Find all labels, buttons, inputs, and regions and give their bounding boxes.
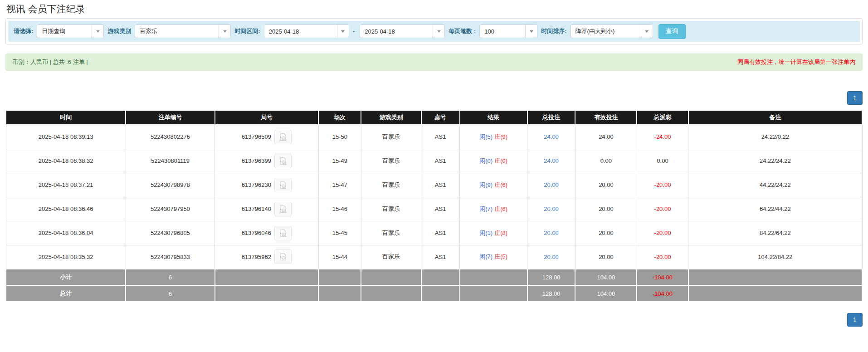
cell-result: 闲(1)庄(8) [460,221,527,245]
cell-time: 2025-04-18 08:36:04 [6,221,126,245]
cell-time: 2025-04-18 08:35:32 [6,245,126,269]
video-replay-button[interactable] [274,249,292,264]
empty-cell [421,269,460,285]
cell-payout: -20.00 [637,173,688,197]
subtotal-total-bet: 128.00 [527,269,575,285]
cell-remark: 44.22/24.22 [688,173,862,197]
sort-label: 时间排序: [541,27,566,35]
cell-total-bet[interactable]: 24.00 [527,149,575,173]
video-replay-button[interactable] [274,154,292,168]
search-button[interactable]: 查询 [658,24,686,39]
empty-cell [361,285,421,302]
result-player: 闲(5) [479,133,493,140]
table-row: 2025-04-18 08:39:13 522430802276 6137965… [6,125,862,149]
table-row: 2025-04-18 08:38:32 522430801119 6137963… [6,149,862,173]
video-file-icon [278,181,288,190]
summary-bar: 币别：人民币 | 总共 :6 注单 | 同局有效投注，统一计算在该局第一张注单内 [5,54,863,71]
cell-round-no: 613796046 [215,221,318,245]
pagination-bottom: 1 [5,313,863,327]
cell-bet-no: 522430802276 [126,125,215,149]
cell-session: 15-44 [318,245,361,269]
header-round-no: 局号 [215,110,318,125]
date-to-input[interactable]: 2025-04-18 [360,24,445,38]
result-banker: 庄(0) [494,157,507,164]
cell-table-no: AS1 [421,245,460,269]
cell-valid-bet: 20.00 [575,245,637,269]
chevron-down-icon[interactable] [219,25,230,38]
cell-valid-bet: 20.00 [575,221,637,245]
cell-game: 百家乐 [361,173,421,197]
time-range-label: 时间区间: [234,27,260,35]
table-row: 2025-04-18 08:36:04 522430796805 6137960… [6,221,862,245]
date-to-value: 2025-04-18 [360,25,433,38]
game-type-value: 百家乐 [135,25,219,38]
cell-game: 百家乐 [361,221,421,245]
video-replay-button[interactable] [274,130,292,144]
currency-summary-text: 币别：人民币 | 总共 :6 注单 | [13,58,88,66]
video-replay-button[interactable] [274,178,292,192]
date-range-tilde: ~ [353,28,356,35]
chevron-down-icon[interactable] [525,25,537,38]
cell-game: 百家乐 [361,245,421,269]
empty-cell [688,285,862,302]
sort-value: 降幂(由大到小) [571,25,641,38]
video-replay-button[interactable] [274,202,292,216]
cell-time: 2025-04-18 08:38:32 [6,149,126,173]
pagination-top: 1 [5,91,863,105]
chevron-down-icon[interactable] [92,25,103,38]
date-from-value: 2025-04-18 [264,25,337,38]
cell-total-bet[interactable]: 20.00 [527,197,575,221]
table-header-row: 时间 注单编号 局号 场次 游戏类别 桌号 结果 总投注 有效投注 总派彩 备注 [6,110,862,125]
result-banker: 庄(6) [494,205,507,212]
cell-round-no: 613796399 [215,149,318,173]
header-session: 场次 [318,110,361,125]
result-player: 闲(9) [479,181,493,188]
result-player: 闲(0) [479,157,493,164]
cell-valid-bet: 20.00 [575,173,637,197]
subtotal-payout: -104.00 [637,269,688,285]
valid-bet-notice-text: 同局有效投注，统一计算在该局第一张注单内 [737,58,855,66]
total-row: 总计 6 128.00 104.00 -104.00 [6,285,862,302]
cell-result: 闲(5)庄(9) [460,125,527,149]
video-replay-button[interactable] [274,226,292,240]
game-type-select[interactable]: 百家乐 [135,24,231,38]
cell-total-bet[interactable]: 20.00 [527,173,575,197]
per-page-select[interactable]: 100 [479,24,537,38]
page-1-button[interactable]: 1 [847,91,863,105]
cell-total-bet[interactable]: 20.00 [527,221,575,245]
cell-game: 百家乐 [361,197,421,221]
sort-select[interactable]: 降幂(由大到小) [571,24,653,38]
header-valid-bet: 有效投注 [575,110,637,125]
cell-round-no: 613796509 [215,125,318,149]
filter-bar: 请选择: 日期查询 游戏类别 百家乐 时间区间: 2025-04-18 ~ 20… [8,21,860,42]
query-type-value: 日期查询 [37,25,92,38]
cell-session: 15-49 [318,149,361,173]
video-file-icon [278,132,288,142]
cell-table-no: AS1 [421,221,460,245]
chevron-down-icon[interactable] [433,25,444,38]
chevron-down-icon[interactable] [337,25,349,38]
cell-total-bet[interactable]: 20.00 [527,245,575,269]
cell-remark: 64.22/44.22 [688,197,862,221]
game-type-label: 游戏类别 [107,27,131,35]
cell-valid-bet: 20.00 [575,197,637,221]
result-player: 闲(7) [479,253,493,260]
query-type-select[interactable]: 日期查询 [37,24,104,38]
cell-result: 闲(7)庄(5) [460,245,527,269]
per-page-value: 100 [480,25,525,38]
subtotal-valid-bet: 104.00 [575,269,637,285]
bet-records-table: 时间 注单编号 局号 场次 游戏类别 桌号 结果 总投注 有效投注 总派彩 备注… [5,110,863,302]
cell-game: 百家乐 [361,149,421,173]
result-player: 闲(7) [479,205,493,212]
round-no-text: 613795962 [242,254,271,260]
cell-payout: -20.00 [637,197,688,221]
cell-result: 闲(7)庄(6) [460,197,527,221]
header-game-type: 游戏类别 [361,110,421,125]
cell-total-bet[interactable]: 24.00 [527,125,575,149]
cell-valid-bet: 24.00 [575,125,637,149]
chevron-down-icon[interactable] [641,25,653,38]
date-from-input[interactable]: 2025-04-18 [264,24,349,38]
cell-bet-no: 522430801119 [126,149,215,173]
page-1-button[interactable]: 1 [847,313,863,327]
result-banker: 庄(6) [494,181,507,188]
